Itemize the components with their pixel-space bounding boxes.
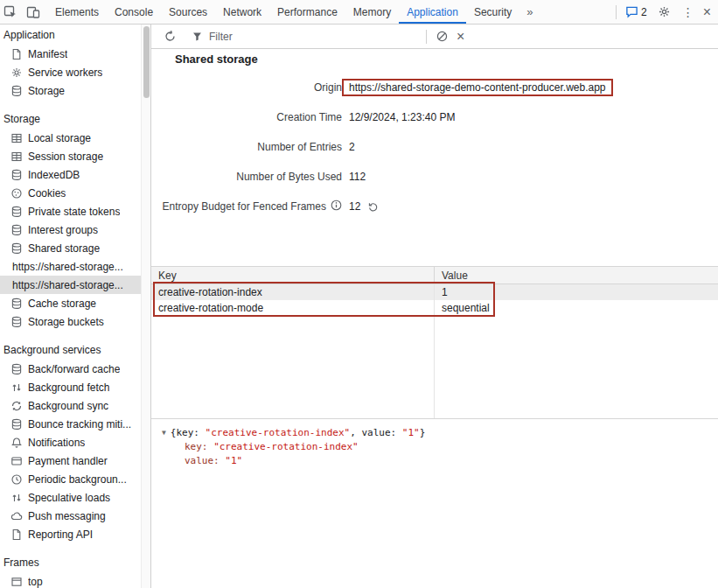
updown-icon <box>10 492 23 504</box>
sidebar-item-label: Background sync <box>28 400 108 412</box>
field-label-text: Number of Bytes Used <box>236 171 342 183</box>
sidebar-section-application: Application <box>0 24 150 45</box>
toolbar-separator <box>426 30 427 44</box>
tab-elements[interactable]: Elements <box>47 0 107 24</box>
column-header-value[interactable]: Value <box>435 270 468 282</box>
messages-count: 2 <box>641 6 647 18</box>
sync-icon <box>10 400 23 412</box>
sidebar-item-service-workers[interactable]: Service workers <box>0 63 150 81</box>
sidebar-item-label: https://shared-storage... <box>12 279 123 291</box>
preview-text: } <box>420 427 426 438</box>
field-value: https://shared-storage-demo-content-prod… <box>349 81 613 94</box>
tab-sources[interactable]: Sources <box>161 0 215 24</box>
sidebar-item-label: Private state tokens <box>28 206 120 218</box>
tab-application[interactable]: Application <box>399 0 466 24</box>
tab-network[interactable]: Network <box>215 0 269 24</box>
sidebar-item-interest-groups[interactable]: Interest groups <box>0 220 150 239</box>
sidebar-item-label: Service workers <box>28 66 102 79</box>
database-icon <box>10 242 23 255</box>
expander-triangle-icon[interactable]: ▼ <box>162 426 166 440</box>
sidebar-item-background-sync[interactable]: Background sync <box>0 396 150 415</box>
field-value-text: 12/9/2024, 1:23:40 PM <box>349 111 455 123</box>
sidebar-item-https-shared-storage[interactable]: https://shared-storage... <box>0 276 150 294</box>
sidebar-item-shared-storage[interactable]: Shared storage <box>0 239 150 257</box>
filter-input[interactable] <box>209 31 401 43</box>
field-row-entropy-budget-for-fenced-frames: Entropy Budget for Fenced Frames12 <box>151 198 718 215</box>
scrollbar-thumb[interactable] <box>143 26 150 98</box>
filter-funnel-icon <box>192 31 203 42</box>
sidebar-item-cookies[interactable]: Cookies <box>0 184 150 202</box>
sidebar-item-storage-buckets[interactable]: Storage buckets <box>0 312 150 331</box>
reset-budget-icon[interactable] <box>367 201 379 213</box>
info-icon[interactable] <box>331 200 342 214</box>
table-row[interactable]: creative-rotation-index1 <box>151 284 718 300</box>
sidebar-item-label: Reporting API <box>28 528 93 541</box>
sidebar-item-periodic-backgroun[interactable]: Periodic backgroun... <box>0 470 150 488</box>
cloud-icon <box>10 510 23 522</box>
sidebar-item-label: top <box>28 576 43 588</box>
sidebar-item-indexeddb[interactable]: IndexedDB <box>0 165 150 184</box>
inspect-element-icon[interactable] <box>2 4 19 21</box>
sidebar-section-background-services: Background services <box>0 340 150 360</box>
tab-security[interactable]: Security <box>466 0 519 24</box>
sidebar-item-label: Session storage <box>28 150 103 163</box>
sidebar-item-top[interactable]: top <box>0 572 150 588</box>
preview-string: "creative-rotation-index" <box>206 427 351 438</box>
column-header-key[interactable]: Key <box>151 267 435 284</box>
sidebar-item-label: Background fetch <box>28 382 109 394</box>
close-panel-icon[interactable]: × <box>457 30 464 44</box>
sidebar-item-notifications[interactable]: Notifications <box>0 433 150 452</box>
cell-key: creative-rotation-mode <box>151 300 435 316</box>
sidebar-item-label: https://shared-storage... <box>12 261 123 273</box>
delete-all-icon[interactable] <box>432 27 451 46</box>
sidebar-item-local-storage[interactable]: Local storage <box>0 129 150 147</box>
sidebar-item-https-shared-storage[interactable]: https://shared-storage... <box>0 257 150 276</box>
preview-text: {key: <box>171 427 206 438</box>
property-value: "1" <box>225 455 242 466</box>
sidebar-item-storage[interactable]: Storage <box>0 81 150 100</box>
settings-gear-icon[interactable] <box>656 4 673 21</box>
sidebar-item-reporting-api[interactable]: Reporting API <box>0 525 150 543</box>
sidebar-item-cache-storage[interactable]: Cache storage <box>0 294 150 312</box>
sidebar-item-manifest[interactable]: Manifest <box>0 45 150 63</box>
refresh-icon[interactable] <box>160 27 179 46</box>
sidebar-section-storage: Storage <box>0 108 150 129</box>
grid-body: creative-rotation-index1creative-rotatio… <box>151 284 718 418</box>
sidebar-item-background-fetch[interactable]: Background fetch <box>0 378 150 396</box>
sidebar-tree: ApplicationManifestService workersStorag… <box>0 24 150 588</box>
message-icon <box>625 5 638 18</box>
tab-performance[interactable]: Performance <box>269 0 345 24</box>
table-row[interactable]: creative-rotation-modesequential <box>151 300 718 316</box>
more-options-icon[interactable]: ⋮ <box>682 6 694 18</box>
sidebar-section-frames: Frames <box>0 552 150 572</box>
cell-value: 1 <box>435 286 448 298</box>
cookie-icon <box>10 187 23 200</box>
more-tabs-icon[interactable]: » <box>519 5 540 18</box>
field-row-origin: Originhttps://shared-storage-demo-conten… <box>151 79 718 96</box>
tab-console[interactable]: Console <box>107 0 161 24</box>
property-name: key: <box>185 441 213 452</box>
sidebar-item-label: Interest groups <box>28 224 98 236</box>
sidebar-item-private-state-tokens[interactable]: Private state tokens <box>0 202 150 220</box>
console-messages-badge[interactable]: 2 <box>625 5 647 18</box>
property-name: value: <box>185 455 225 466</box>
device-toolbar-icon[interactable] <box>24 4 42 21</box>
sidebar-scrollbar[interactable] <box>141 24 150 588</box>
sidebar-item-payment-handler[interactable]: Payment handler <box>0 452 150 470</box>
close-devtools-icon[interactable]: × <box>703 5 711 19</box>
field-label: Number of Entries <box>151 141 342 153</box>
database-icon <box>10 418 23 430</box>
property-value: "creative-rotation-index" <box>213 441 359 452</box>
sidebar-item-push-messaging[interactable]: Push messaging <box>0 507 150 525</box>
sidebar-item-label: Back/forward cache <box>28 363 120 375</box>
shared-storage-grid: KeyValue creative-rotation-index1creativ… <box>151 266 718 418</box>
sidebar-item-label: Periodic backgroun... <box>28 473 127 486</box>
field-value-text: 12 <box>349 200 360 213</box>
sidebar-item-bounce-tracking-miti[interactable]: Bounce tracking miti... <box>0 415 150 433</box>
sidebar-item-session-storage[interactable]: Session storage <box>0 147 150 165</box>
tab-memory[interactable]: Memory <box>345 0 399 24</box>
sidebar-item-speculative-loads[interactable]: Speculative loads <box>0 488 150 507</box>
field-label-text: Creation Time <box>276 111 342 123</box>
sidebar-item-back-forward-cache[interactable]: Back/forward cache <box>0 360 150 378</box>
bell-icon <box>10 437 23 449</box>
